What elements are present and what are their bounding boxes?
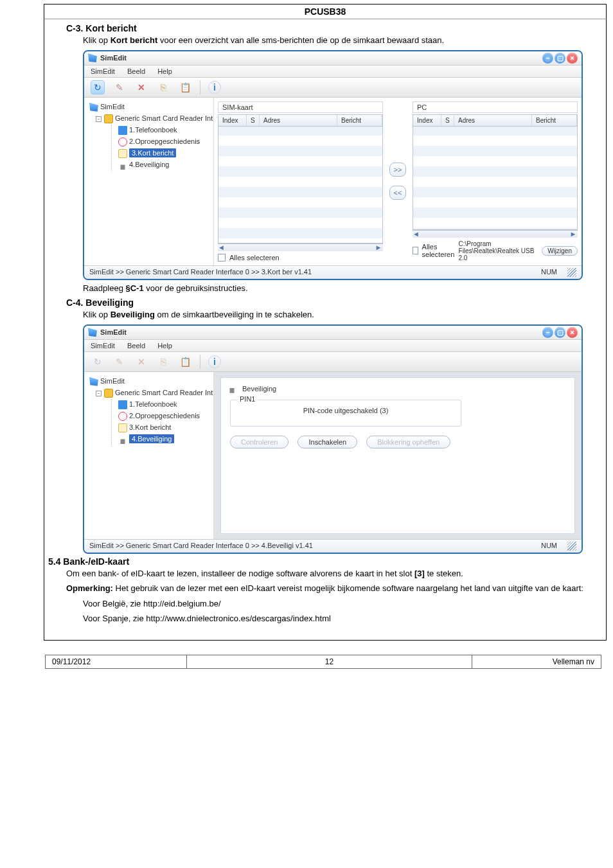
menu-beeld[interactable]: Beeld (127, 342, 145, 350)
resize-grip-icon[interactable] (567, 542, 576, 551)
footer-company: Velleman nv (472, 655, 601, 668)
info-icon[interactable]: i (208, 81, 221, 94)
paste-icon: 📋 (178, 355, 192, 369)
sim-grid: SIM-kaart Index S Adres Bericht ◄ ► (218, 102, 383, 261)
maximize-icon[interactable]: ▢ (555, 327, 565, 338)
change-button[interactable]: Wijzigen (542, 246, 578, 256)
copy-icon[interactable]: ⎘ (156, 80, 170, 94)
pc-path: C:\Program Files\Realtek\Realtek USB 2.0 (459, 240, 538, 261)
text-bold: Beveiliging (111, 310, 155, 319)
tree-reader[interactable]: -Generic Smart Card Reader Int (94, 113, 211, 125)
message-icon (118, 423, 127, 432)
pin1-legend: PIN1 (237, 395, 258, 403)
tree-item-sms[interactable]: 3.Kort bericht (117, 148, 211, 159)
book-icon (118, 126, 127, 135)
tree-label: SimEdit (100, 103, 125, 111)
tree-sidebar: SimEdit -Generic Smart Card Reader Int 1… (84, 372, 214, 539)
refresh-icon[interactable]: ↻ (91, 80, 105, 94)
new-icon: ✎ (112, 355, 127, 369)
paste-icon[interactable]: 📋 (178, 80, 192, 94)
minimize-icon[interactable]: – (542, 53, 553, 64)
grid-label-pc: PC (413, 102, 578, 113)
minimize-icon[interactable]: – (542, 327, 553, 338)
collapse-icon[interactable]: - (96, 391, 102, 396)
tree-item-security[interactable]: 4.Beveiliging (117, 159, 211, 171)
tree-label: 2.Oproepgeschiedenis (129, 137, 200, 145)
list-item-es: Voor Spanje, zie http://www.dnielectroni… (83, 613, 588, 624)
scroll-right-icon[interactable]: ► (569, 231, 578, 237)
footer-date: 09/11/2012 (46, 655, 187, 668)
close-icon[interactable]: × (567, 327, 578, 338)
control-button: Controleren (230, 436, 289, 448)
toolbar: ↻ ✎ ✕ ⎘ 📋 i (84, 78, 582, 98)
delete-icon[interactable]: ✕ (134, 80, 148, 94)
window-title: SimEdit (100, 54, 542, 62)
collapse-icon[interactable]: - (96, 116, 102, 122)
tree-label-selected: 4.Beveiliging (129, 434, 174, 443)
tree-item-sms[interactable]: 3.Kort bericht (117, 422, 211, 434)
move-left-button[interactable]: << (389, 186, 406, 200)
scroll-right-icon[interactable]: ► (374, 244, 383, 251)
tree-item-phonebook[interactable]: 1.Telefoonboek (117, 399, 211, 411)
text: Raadpleeg (83, 283, 126, 293)
col-index[interactable]: Index (218, 115, 247, 126)
select-all-checkbox[interactable] (413, 247, 418, 254)
tree-reader[interactable]: -Generic Smart Card Reader Int (94, 387, 211, 399)
hscroll[interactable]: ◄ ► (413, 230, 578, 238)
app-icon (88, 53, 97, 62)
tree-sidebar: SimEdit -Generic Smart Card Reader Int 1… (84, 98, 214, 265)
scroll-left-icon[interactable]: ◄ (413, 231, 422, 237)
hscroll[interactable]: ◄ ► (218, 244, 383, 251)
info-icon[interactable]: i (208, 355, 221, 368)
window-titlebar: SimEdit – ▢ × (84, 326, 582, 340)
tree-item-phonebook[interactable]: 1.Telefoonboek (117, 125, 211, 136)
move-right-button[interactable]: >> (389, 163, 406, 177)
tree-item-history[interactable]: 2.Oproepgeschiedenis (117, 411, 211, 422)
tree-label: 3.Kort bericht (129, 423, 171, 431)
menu-help[interactable]: Help (157, 67, 172, 75)
col-index[interactable]: Index (413, 115, 441, 126)
maximize-icon[interactable]: ▢ (555, 53, 565, 64)
col-bericht[interactable]: Bericht (337, 115, 382, 126)
menu-beeld[interactable]: Beeld (127, 67, 145, 75)
tree-item-history[interactable]: 2.Oproepgeschiedenis (117, 136, 211, 148)
col-bericht[interactable]: Bericht (532, 115, 577, 126)
toolbar: ↻ ✎ ✕ ⎘ 📋 i (84, 352, 582, 372)
heading-c4: C-4. Beveiliging (66, 297, 588, 308)
col-adres[interactable]: Adres (454, 115, 532, 126)
copy-icon: ⎘ (156, 355, 170, 369)
text-bold: [3] (414, 569, 425, 578)
menu-simedit[interactable]: SimEdit (91, 67, 115, 75)
scroll-left-icon[interactable]: ◄ (218, 244, 227, 251)
history-icon (118, 412, 127, 421)
security-panel: Beveiliging PIN1 PIN-code uitgeschakeld … (214, 372, 582, 539)
para-c3-footer: Raadpleeg §C-1 voor de gebruiksinstructi… (83, 283, 588, 294)
close-icon[interactable]: × (567, 53, 578, 64)
sim-icon (89, 103, 98, 112)
menu-help[interactable]: Help (157, 342, 172, 350)
tree-label: SimEdit (100, 377, 125, 385)
enable-button[interactable]: Inschakelen (298, 436, 357, 448)
text: om de simkaartbeveiliging in te schakele… (155, 310, 314, 319)
new-icon[interactable]: ✎ (112, 80, 127, 94)
tree-root[interactable]: SimEdit (88, 102, 211, 113)
resize-grip-icon[interactable] (567, 268, 576, 277)
menubar: SimEdit Beeld Help (84, 66, 582, 78)
lock-icon (118, 435, 127, 444)
tree-root[interactable]: SimEdit (88, 376, 211, 387)
col-s[interactable]: S (247, 115, 260, 126)
grid-header: Index S Adres Bericht (413, 115, 577, 127)
menu-simedit[interactable]: SimEdit (91, 342, 115, 350)
col-adres[interactable]: Adres (260, 115, 337, 126)
col-s[interactable]: S (441, 115, 454, 126)
toolbar-separator (200, 355, 200, 369)
tree-item-security[interactable]: 4.Beveiliging (117, 434, 211, 445)
tree-label-selected: 3.Kort bericht (129, 148, 176, 157)
chip-icon (104, 114, 113, 123)
refresh-icon: ↻ (91, 355, 105, 369)
lock-icon (227, 384, 236, 393)
select-all-label: Alles selecteren (229, 254, 280, 261)
statusbar: SimEdit >> Generic Smart Card Reader Int… (84, 265, 582, 279)
panel-title-text: Beveiliging (242, 385, 276, 393)
select-all-checkbox[interactable] (218, 254, 226, 261)
